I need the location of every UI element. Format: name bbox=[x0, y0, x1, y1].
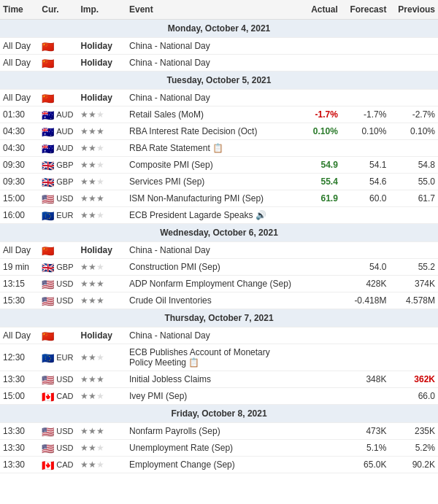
day-header-label: Friday, October 8, 2021 bbox=[0, 405, 438, 423]
flag-icon: 🇺🇸 bbox=[42, 280, 55, 289]
table-row: 15:00🇺🇸USD★★★ISM Non-Manufacturing PMI (… bbox=[0, 190, 438, 207]
cell-forecast bbox=[341, 344, 390, 371]
forecast-value: 473K bbox=[366, 426, 386, 436]
cell-actual bbox=[296, 140, 341, 157]
cell-event: Ivey PMI (Sep) bbox=[126, 388, 296, 405]
cell-currency: 🇨🇳 bbox=[39, 327, 77, 344]
cell-actual bbox=[296, 423, 341, 440]
flag-icon: 🇪🇺 bbox=[42, 212, 55, 220]
flag-icon: 🇦🇺 bbox=[42, 144, 55, 153]
cell-event: Services PMI (Sep) bbox=[126, 174, 296, 190]
cell-importance: Holiday bbox=[77, 55, 126, 71]
cell-actual: 61.9 bbox=[296, 190, 341, 207]
event-name: China - National Day bbox=[129, 93, 210, 103]
cell-time: 15:00 bbox=[0, 190, 39, 207]
cell-currency: 🇺🇸USD bbox=[39, 292, 77, 309]
cell-currency: 🇬🇧GBP bbox=[39, 259, 77, 276]
cell-forecast: 473K bbox=[341, 423, 390, 440]
cell-forecast: 65.0K bbox=[341, 457, 390, 473]
cell-time: 13:30 bbox=[0, 371, 39, 388]
cell-previous: 55.0 bbox=[389, 174, 438, 190]
event-name: ISM Non-Manufacturing PMI (Sep) bbox=[129, 193, 264, 203]
cell-importance: ★★★ bbox=[77, 106, 126, 123]
cell-forecast: 54.1 bbox=[341, 157, 390, 174]
cell-currency: 🇨🇦CAD bbox=[39, 457, 77, 473]
cell-forecast bbox=[341, 242, 390, 259]
table-row: All Day🇨🇳HolidayChina - National Day bbox=[0, 38, 438, 55]
day-header-row: Friday, October 8, 2021 bbox=[0, 405, 438, 423]
table-row: All Day🇨🇳HolidayChina - National Day bbox=[0, 55, 438, 71]
importance-stars: ★★★ bbox=[80, 109, 104, 120]
event-name: Initial Jobless Claims bbox=[129, 374, 211, 384]
cell-actual: -1.7% bbox=[296, 106, 341, 123]
currency-code: GBP bbox=[56, 177, 73, 186]
cell-time: 09:30 bbox=[0, 157, 39, 174]
cell-importance: ★★★ bbox=[77, 457, 126, 473]
cell-actual bbox=[296, 90, 341, 106]
cell-previous bbox=[389, 55, 438, 71]
actual-value: 54.9 bbox=[321, 160, 338, 170]
forecast-value: 0.10% bbox=[361, 126, 386, 136]
currency-code: CAD bbox=[56, 460, 73, 469]
importance-stars: ★★★ bbox=[80, 262, 104, 272]
currency-code: AUD bbox=[56, 144, 73, 152]
flag-icon: 🇺🇸 bbox=[42, 297, 55, 306]
event-name: Construction PMI (Sep) bbox=[129, 262, 220, 272]
cell-importance: ★★★ bbox=[77, 371, 126, 388]
flag-icon: 🇬🇧 bbox=[42, 178, 55, 187]
cell-event: Nonfarm Payrolls (Sep) bbox=[126, 423, 296, 440]
table-row: 09:30🇬🇧GBP★★★Composite PMI (Sep)54.954.1… bbox=[0, 157, 438, 174]
flag-icon: 🇺🇸 bbox=[42, 376, 55, 384]
flag-icon: 🇨🇳 bbox=[42, 42, 55, 51]
previous-value: 61.7 bbox=[418, 193, 435, 203]
cell-previous: 4.578M bbox=[389, 292, 438, 309]
event-name: ADP Nonfarm Employment Change (Sep) bbox=[129, 279, 291, 289]
cell-importance: ★★★ bbox=[77, 440, 126, 457]
day-header-label: Thursday, October 7, 2021 bbox=[0, 309, 438, 327]
event-name: Crude Oil Inventories bbox=[129, 295, 212, 306]
table-row: 13:30🇺🇸USD★★★Unemployment Rate (Sep)5.1%… bbox=[0, 440, 438, 457]
forecast-value: 428K bbox=[366, 279, 386, 289]
table-row: 19 min🇬🇧GBP★★★Construction PMI (Sep)54.0… bbox=[0, 259, 438, 276]
cell-forecast: 5.1% bbox=[341, 440, 390, 457]
cell-currency: 🇦🇺AUD bbox=[39, 123, 77, 140]
cell-forecast bbox=[341, 207, 390, 224]
cell-event: China - National Day bbox=[126, 327, 296, 344]
cell-forecast: 54.0 bbox=[341, 259, 390, 276]
cell-currency: 🇨🇳 bbox=[39, 55, 77, 71]
previous-value: 374K bbox=[415, 279, 435, 289]
cell-time: 15:30 bbox=[0, 292, 39, 309]
event-name: Ivey PMI (Sep) bbox=[129, 391, 187, 401]
cell-time: 16:00 bbox=[0, 207, 39, 224]
holiday-label: Holiday bbox=[80, 58, 112, 68]
cell-importance: ★★★ bbox=[77, 123, 126, 140]
event-name: Retail Sales (MoM) bbox=[129, 109, 204, 120]
cell-currency: 🇨🇦CAD bbox=[39, 388, 77, 405]
cell-time: All Day bbox=[0, 55, 39, 71]
cell-actual bbox=[296, 276, 341, 292]
currency-code: USD bbox=[56, 296, 73, 305]
cell-event: Initial Jobless Claims bbox=[126, 371, 296, 388]
holiday-label: Holiday bbox=[80, 93, 112, 103]
cell-forecast bbox=[341, 55, 390, 71]
cell-time: 13:30 bbox=[0, 423, 39, 440]
day-header-label: Wednesday, October 6, 2021 bbox=[0, 224, 438, 242]
table-row: 04:30🇦🇺AUD★★★RBA Rate Statement 📋 bbox=[0, 140, 438, 157]
currency-code: CAD bbox=[56, 392, 73, 400]
cell-previous bbox=[389, 207, 438, 224]
cell-event: RBA Rate Statement 📋 bbox=[126, 140, 296, 157]
day-header-label: Tuesday, October 5, 2021 bbox=[0, 71, 438, 90]
day-header-row: Tuesday, October 5, 2021 bbox=[0, 71, 438, 90]
currency-code: GBP bbox=[56, 160, 73, 169]
cell-event: ECB President Lagarde Speaks 🔊 bbox=[126, 207, 296, 224]
cell-importance: Holiday bbox=[77, 327, 126, 344]
cell-time: All Day bbox=[0, 242, 39, 259]
cell-time: 13:15 bbox=[0, 276, 39, 292]
cell-actual bbox=[296, 388, 341, 405]
cell-forecast: 0.10% bbox=[341, 123, 390, 140]
cell-forecast: -1.7% bbox=[341, 106, 390, 123]
cell-event: China - National Day bbox=[126, 55, 296, 71]
cell-currency: 🇺🇸USD bbox=[39, 276, 77, 292]
cell-previous: 374K bbox=[389, 276, 438, 292]
cell-importance: ★★★ bbox=[77, 276, 126, 292]
